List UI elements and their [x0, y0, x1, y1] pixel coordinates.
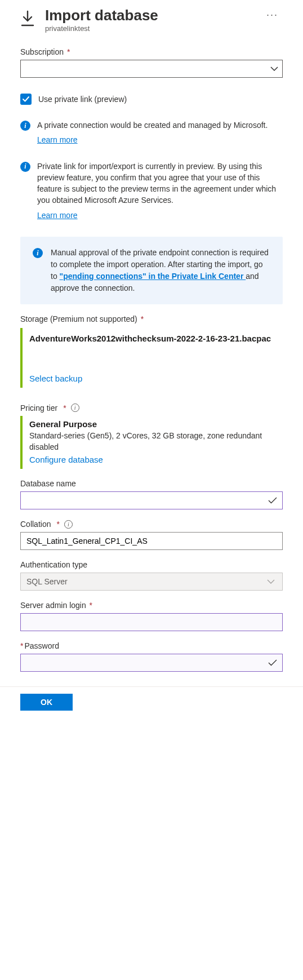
info-preview-disclaimer: i Private link for import/export is curr… — [20, 161, 283, 221]
pricing-label-text: Pricing tier — [20, 403, 57, 413]
subscription-section: Subscription * Use private link (preview… — [0, 47, 303, 304]
select-backup-link[interactable]: Select backup — [29, 374, 82, 383]
info-text-2-body: Private link for import/export is curren… — [37, 162, 276, 205]
collation-label-row: Collation * i — [20, 520, 283, 529]
auth-type-dropdown[interactable]: SQL Server — [20, 573, 283, 591]
page-title: Import database — [45, 7, 158, 24]
footer-divider — [0, 686, 303, 687]
auth-type-label: Authentication type — [20, 560, 283, 569]
storage-label: Storage (Premium not supported) * — [20, 314, 283, 323]
header-text: Import database privatelinktest — [45, 7, 158, 33]
storage-label-text: Storage (Premium not supported) — [20, 314, 137, 323]
pricing-label-row: Pricing tier * i — [20, 403, 283, 413]
check-icon — [268, 497, 277, 504]
help-icon[interactable]: i — [71, 403, 79, 412]
help-icon[interactable]: i — [64, 520, 73, 529]
configure-database-link[interactable]: Configure database — [29, 455, 103, 464]
required-asterisk: * — [139, 314, 144, 323]
learn-more-link-2[interactable]: Learn more — [37, 210, 283, 221]
manual-approval-callout: i Manual approval of the private endpoin… — [20, 237, 283, 304]
subscription-dropdown-box[interactable] — [20, 60, 283, 78]
import-icon — [20, 10, 35, 27]
required-asterisk: * — [63, 403, 66, 413]
pricing-section: Pricing tier * i General Purpose Standar… — [0, 403, 303, 469]
info-icon: i — [20, 162, 30, 172]
required-asterisk: * — [56, 520, 59, 529]
ok-button[interactable]: OK — [20, 694, 73, 711]
callout-text: Manual approval of the private endpoint … — [51, 247, 270, 294]
server-login-label: Server admin login * — [20, 601, 283, 610]
private-link-checkbox[interactable] — [20, 94, 32, 105]
required-asterisk: * — [65, 47, 70, 56]
required-asterisk: * — [20, 641, 23, 650]
server-login-input[interactable] — [20, 613, 283, 631]
info-text-1-body: A private connection would be created an… — [37, 121, 268, 130]
info-icon: i — [20, 121, 30, 131]
password-input[interactable] — [20, 654, 283, 672]
info-private-connection: i A private connection would be created … — [20, 119, 283, 146]
collation-input[interactable] — [20, 532, 283, 550]
subscription-label: Subscription * — [20, 47, 283, 56]
learn-more-link-1[interactable]: Learn more — [37, 134, 268, 145]
server-login-section: Server admin login * — [0, 601, 303, 631]
server-login-field-wrap — [20, 613, 283, 631]
database-name-label: Database name — [20, 479, 283, 488]
pending-connections-link[interactable]: "pending connections" in the Private Lin… — [60, 272, 246, 281]
more-actions-button[interactable]: ··· — [262, 7, 283, 23]
auth-type-value[interactable]: SQL Server — [20, 573, 283, 591]
password-field-wrap — [20, 654, 283, 672]
pricing-tier-title: General Purpose — [29, 419, 276, 429]
collation-field-wrap — [20, 532, 283, 550]
subscription-label-text: Subscription — [20, 47, 64, 56]
info-text-1: A private connection would be created an… — [37, 119, 268, 146]
pricing-tier-desc: Standard-series (Gen5), 2 vCores, 32 GB … — [29, 430, 276, 453]
server-login-label-text: Server admin login — [20, 601, 86, 610]
info-text-2: Private link for import/export is curren… — [37, 161, 283, 221]
private-link-checkbox-row: Use private link (preview) — [20, 94, 283, 105]
subscription-dropdown[interactable] — [20, 60, 283, 78]
database-name-section: Database name — [0, 479, 303, 509]
page-subtitle: privatelinktest — [45, 24, 158, 33]
storage-section: Storage (Premium not supported) * Advent… — [0, 314, 303, 388]
password-label: *Password — [20, 641, 283, 650]
collation-label-text: Collation — [20, 520, 51, 529]
auth-type-section: Authentication type SQL Server — [0, 560, 303, 591]
password-label-text: Password — [24, 641, 59, 650]
storage-file-name: AdventureWorks2012withchecksum-2022-2-16… — [29, 332, 276, 345]
storage-value-block: AdventureWorks2012withchecksum-2022-2-16… — [20, 328, 283, 388]
collation-section: Collation * i — [0, 520, 303, 550]
private-link-checkbox-label: Use private link (preview) — [38, 95, 127, 104]
database-name-input[interactable] — [20, 491, 283, 509]
required-asterisk: * — [87, 601, 92, 610]
database-name-field-wrap — [20, 491, 283, 509]
blade-header: Import database privatelinktest ··· — [0, 0, 303, 37]
pricing-value-block: General Purpose Standard-series (Gen5), … — [20, 416, 283, 469]
password-section: *Password — [0, 641, 303, 672]
check-icon — [268, 659, 277, 666]
info-icon: i — [33, 248, 43, 258]
